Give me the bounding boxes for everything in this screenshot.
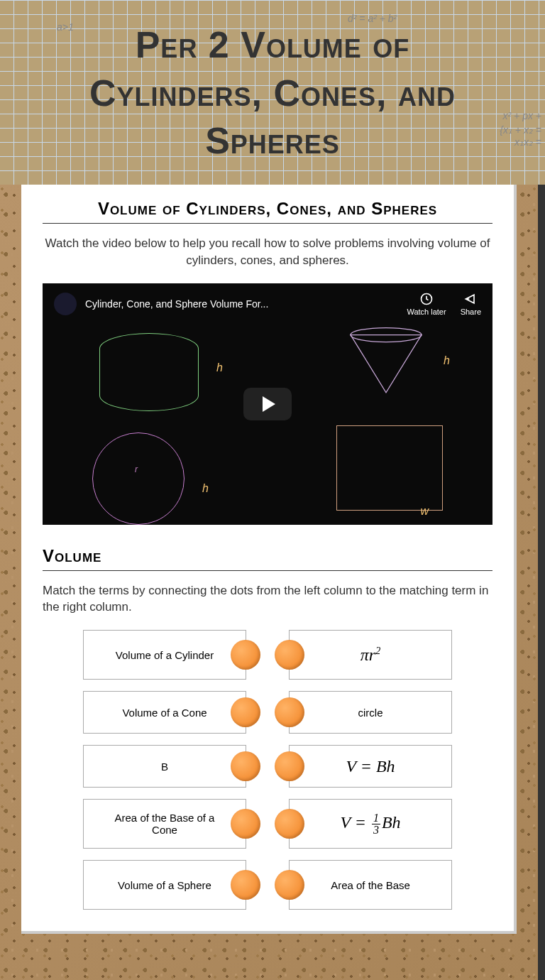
- match-right-4[interactable]: V = 13Bh: [289, 799, 452, 849]
- cone-shape: [336, 326, 436, 397]
- match-right-5[interactable]: Area of the Base: [289, 860, 452, 910]
- video-player[interactable]: Cylinder, Cone, and Sphere Volume For...…: [43, 283, 492, 525]
- match-right-1[interactable]: πr2: [289, 630, 452, 680]
- dot-icon[interactable]: [231, 697, 260, 727]
- play-button[interactable]: [243, 388, 292, 420]
- clock-icon: [419, 292, 434, 306]
- match-left-3[interactable]: B: [83, 745, 246, 788]
- dot-icon[interactable]: [231, 640, 260, 670]
- watch-later-button[interactable]: Watch later: [407, 292, 446, 316]
- label-w: w: [420, 505, 429, 518]
- page-title: Per 2 Volume of Cylinders, Cones, and Sp…: [0, 0, 545, 185]
- right-column: πr2 circle V = Bh V = 13Bh Area of the B…: [289, 630, 452, 910]
- dot-icon[interactable]: [275, 870, 304, 900]
- dot-icon[interactable]: [231, 809, 260, 839]
- left-column: Volume of a Cylinder Volume of a Cone B …: [83, 630, 246, 910]
- share-icon: [463, 292, 478, 306]
- doodle-prod: x₁x₂ =: [514, 136, 541, 148]
- section1-title: Volume of Cylinders, Cones, and Spheres: [43, 199, 492, 224]
- corkboard: Volume of Cylinders, Cones, and Spheres …: [0, 185, 545, 980]
- match-left-5[interactable]: Volume of a Sphere: [83, 860, 246, 910]
- dot-icon[interactable]: [275, 751, 304, 781]
- doodle-pythag: d² = a² + b²: [348, 13, 397, 24]
- video-title: Cylinder, Cone, and Sphere Volume For...: [85, 298, 268, 310]
- label-h2: h: [444, 354, 450, 367]
- doodle-quad: x² + px +: [503, 110, 541, 121]
- share-button[interactable]: Share: [461, 292, 481, 316]
- sphere-shape: [92, 432, 185, 525]
- doodle-inequality: a>1: [57, 21, 74, 33]
- match-right-2[interactable]: circle: [289, 691, 452, 734]
- dot-icon[interactable]: [275, 640, 304, 670]
- dot-icon[interactable]: [275, 697, 304, 727]
- label-h3: h: [202, 482, 209, 495]
- match-right-3[interactable]: V = Bh: [289, 745, 452, 788]
- cylinder-shape: [99, 333, 199, 411]
- box-shape: [336, 425, 443, 511]
- dot-icon[interactable]: [275, 809, 304, 839]
- section2-title: Volume: [43, 546, 492, 571]
- doodle-sum: {x₁ + x₂ =: [500, 124, 541, 136]
- dot-icon[interactable]: [231, 751, 260, 781]
- label-h1: h: [216, 361, 223, 374]
- header-banner: a>1 d² = a² + b² x² + px + {x₁ + x₂ = x₁…: [0, 0, 545, 185]
- content-card: Volume of Cylinders, Cones, and Spheres …: [21, 185, 517, 934]
- dot-icon[interactable]: [231, 870, 260, 900]
- matching-activity: Volume of a Cylinder Volume of a Cone B …: [43, 630, 492, 910]
- match-left-1[interactable]: Volume of a Cylinder: [83, 630, 246, 680]
- match-left-2[interactable]: Volume of a Cone: [83, 691, 246, 734]
- match-left-4[interactable]: Area of the Base of a Cone: [83, 799, 246, 849]
- section1-instruction: Watch the video below to help you recall…: [43, 235, 492, 269]
- label-r: r: [135, 464, 138, 474]
- channel-avatar[interactable]: [54, 293, 77, 315]
- section2-instruction: Match the terms by connecting the dots f…: [43, 582, 492, 616]
